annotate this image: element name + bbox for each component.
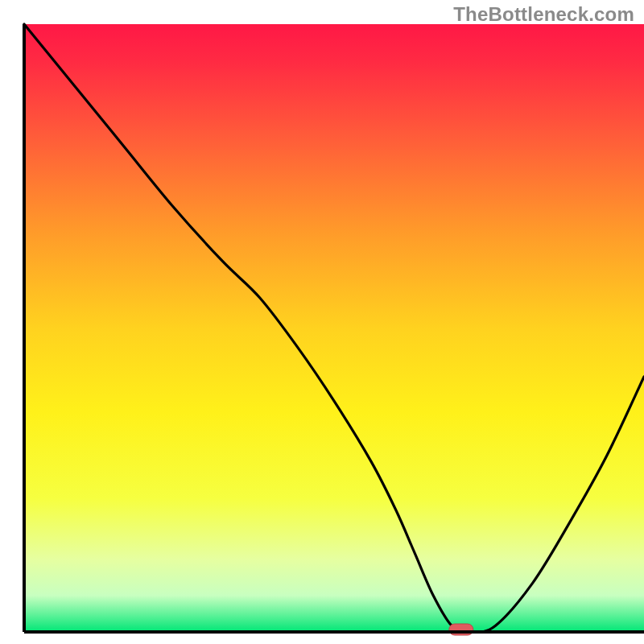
chart-svg [0,0,644,644]
heat-background [24,24,644,632]
watermark-text: TheBottleneck.com [453,3,634,26]
chart-stage: TheBottleneck.com [0,0,644,644]
